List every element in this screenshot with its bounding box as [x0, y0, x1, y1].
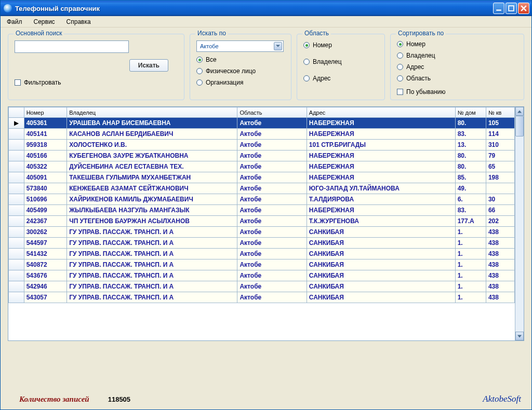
legend-sort: Сортировать по	[396, 30, 446, 37]
cell-apt: 310	[486, 140, 514, 151]
menu-help[interactable]: Справка	[64, 17, 93, 26]
table-row[interactable]: 510696ХАЙРИКЕНОВ КАМИЛЬ ДЖУМАБАЕВИЧАктоб…	[9, 194, 515, 205]
cell-owner: КАСАНОВ АСЛАН БЕРДИБАЕВИЧ	[67, 129, 237, 140]
cell-house: 13.	[455, 140, 486, 151]
cell-house: 177.А	[455, 216, 486, 227]
cell-house: 6.	[455, 194, 486, 205]
table-row[interactable]: 300262ГУ УПРАВ. ПАССАЖ. ТРАНСП. И ААктоб…	[9, 227, 515, 238]
cell-num: 543057	[24, 292, 67, 303]
cell-apt: 202	[486, 216, 514, 227]
table-row[interactable]: 242367ЧП УТЕГЕНОВ БАУРЖАН АСЫЛХАНОВАктоб…	[9, 216, 515, 227]
radio-search-person[interactable]: Физическое лицо	[196, 67, 285, 75]
col-house[interactable]: № дом	[455, 107, 486, 118]
cell-num: 544597	[24, 238, 67, 249]
row-indicator	[9, 259, 24, 270]
cell-region: Актобе	[237, 194, 307, 205]
desc-label: По убыванию	[406, 88, 446, 95]
cell-region: Актобе	[237, 129, 307, 140]
cell-house: 80.	[455, 161, 486, 172]
col-address[interactable]: Адрес	[307, 107, 455, 118]
legend-search-by: Искать по	[195, 30, 228, 37]
radio-sort-address[interactable]: Адрес	[397, 63, 517, 71]
row-indicator	[9, 161, 24, 172]
cell-region: Актобе	[237, 172, 307, 183]
cell-owner: ГУ УПРАВ. ПАССАЖ. ТРАНСП. И А	[67, 292, 237, 303]
radio-sort-region[interactable]: Область	[397, 75, 517, 82]
row-indicator	[9, 227, 24, 238]
scroll-down-button[interactable]	[515, 332, 524, 340]
table-row[interactable]: 543676ГУ УПРАВ. ПАССАЖ. ТРАНСП. И ААктоб…	[9, 270, 515, 281]
cell-owner: ГУ УПРАВ. ПАССАЖ. ТРАНСП. И А	[67, 270, 237, 281]
scroll-up-button[interactable]	[515, 107, 524, 116]
cell-house: 1.	[455, 238, 486, 249]
table-row[interactable]: 540872ГУ УПРАВ. ПАССАЖ. ТРАНСП. И ААктоб…	[9, 259, 515, 270]
cell-region: Актобе	[237, 227, 307, 238]
region-dropdown[interactable]: Актобе	[196, 40, 284, 52]
cell-addr: Т.АЛДИЯРОВА	[307, 194, 455, 205]
maximize-button[interactable]	[506, 3, 517, 14]
row-indicator	[9, 238, 24, 249]
col-region[interactable]: Область	[237, 107, 307, 118]
table-row[interactable]: 405499ЖЫЛКЫБАЕВА НАЗГУЛЬ АМАНГАЗЫКАктобе…	[9, 205, 515, 216]
filter-checkbox[interactable]: Фильтровать	[15, 79, 178, 86]
table-row[interactable]: 405141КАСАНОВ АСЛАН БЕРДИБАЕВИЧАктобеНАБ…	[9, 129, 515, 140]
scroll-track[interactable]	[515, 116, 524, 332]
brand-label: AktobeSoft	[483, 394, 521, 404]
record-count-value: 118505	[108, 395, 130, 403]
desc-checkbox[interactable]: По убыванию	[397, 88, 517, 95]
table-row[interactable]: 405166КУБЕГЕНОВА ЗАУРЕ ЖУБАТКАНОВНААктоб…	[9, 151, 515, 161]
radio-sort-number[interactable]: Номер	[397, 40, 517, 48]
radio-sort-owner[interactable]: Владелец	[397, 52, 517, 59]
cell-num: 405322	[24, 161, 67, 172]
menu-service[interactable]: Сервис	[32, 17, 57, 26]
col-number[interactable]: Номер	[24, 107, 67, 118]
cell-addr: Т.К.ЖУРГЕНОВА	[307, 216, 455, 227]
app-window: Телефонный справочник Файл Сервис Справк…	[0, 0, 532, 410]
radio-region-address[interactable]: Адрес	[303, 75, 378, 82]
cell-region: Актобе	[237, 281, 307, 292]
cell-num: 242367	[24, 216, 67, 227]
row-indicator	[9, 281, 24, 292]
search-panel: Основной поиск Искать Фильтровать Искать…	[1, 28, 531, 104]
radio-region-number[interactable]: Номер	[303, 42, 378, 49]
table-row[interactable]: 543057ГУ УПРАВ. ПАССАЖ. ТРАНСП. И ААктоб…	[9, 292, 515, 303]
cell-apt: 438	[486, 238, 514, 249]
search-input[interactable]	[15, 40, 129, 53]
cell-num: 405166	[24, 151, 67, 161]
minimize-button[interactable]	[493, 3, 504, 14]
cell-addr: САНКИБАЯ	[307, 227, 455, 238]
col-owner[interactable]: Владелец	[67, 107, 237, 118]
cell-owner: ГУ УПРАВ. ПАССАЖ. ТРАНСП. И А	[67, 238, 237, 249]
col-apt[interactable]: № кв	[486, 107, 514, 118]
table-row[interactable]: 573840КЕНЖЕБАЕВ АЗАМАТ СЕЙТЖАНОВИЧАктобе…	[9, 183, 515, 194]
row-indicator	[9, 216, 24, 227]
cell-region: Актобе	[237, 249, 307, 259]
search-button[interactable]: Искать	[129, 59, 168, 72]
cell-region: Актобе	[237, 118, 307, 129]
cell-addr: ЮГО-ЗАПАД УЛ.ТАЙМАНОВА	[307, 183, 455, 194]
cell-addr: НАБЕРЕЖНАЯ	[307, 172, 455, 183]
vertical-scrollbar[interactable]	[515, 107, 524, 340]
cell-addr: САНКИБАЯ	[307, 281, 455, 292]
table-row[interactable]: 541432ГУ УПРАВ. ПАССАЖ. ТРАНСП. И ААктоб…	[9, 249, 515, 259]
cell-num: 405141	[24, 129, 67, 140]
table-row[interactable]: 542946ГУ УПРАВ. ПАССАЖ. ТРАНСП. И ААктоб…	[9, 281, 515, 292]
radio-search-all[interactable]: Все	[196, 56, 285, 63]
cell-owner: ЖЫЛКЫБАЕВА НАЗГУЛЬ АМАНГАЗЫК	[67, 205, 237, 216]
table-row[interactable]: 959318ХОЛОСТЕНКО И.В.Актобе101 СТР.БРИГА…	[9, 140, 515, 151]
col-indicator[interactable]	[9, 107, 24, 118]
table-row[interactable]: 544597ГУ УПРАВ. ПАССАЖ. ТРАНСП. И ААктоб…	[9, 238, 515, 249]
cell-num: 405091	[24, 172, 67, 183]
menu-file[interactable]: Файл	[5, 17, 24, 26]
cell-num: 405499	[24, 205, 67, 216]
scroll-thumb[interactable]	[515, 116, 524, 136]
cell-region: Актобе	[237, 238, 307, 249]
radio-search-org[interactable]: Организация	[196, 79, 285, 86]
close-button[interactable]	[518, 3, 529, 14]
cell-num: 543676	[24, 270, 67, 281]
table-row[interactable]: 405091ТАКЕШЕВА ГУЛЬМИРА МУХАНБЕТЖАНАктоб…	[9, 172, 515, 183]
table-row[interactable]: 405322ДУЙСЕНБИНА АСЕЛ ЕСТАЕВНА ТЕХ.Актоб…	[9, 161, 515, 172]
radio-region-owner[interactable]: Владелец	[303, 58, 378, 65]
table-row[interactable]: ▶405361УРАШЕВА АНАР БИСЕМБАЕВНААктобеНАБ…	[9, 118, 515, 129]
cell-house: 1.	[455, 259, 486, 270]
